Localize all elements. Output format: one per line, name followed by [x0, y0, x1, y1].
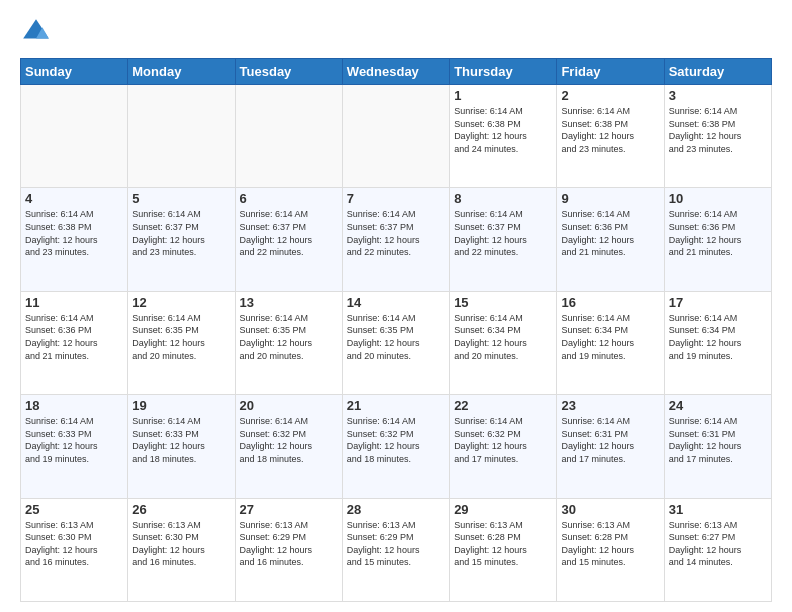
calendar-cell: 25Sunrise: 6:13 AMSunset: 6:30 PMDayligh… [21, 498, 128, 601]
day-number: 11 [25, 295, 123, 310]
calendar-cell: 17Sunrise: 6:14 AMSunset: 6:34 PMDayligh… [664, 291, 771, 394]
calendar-cell [342, 85, 449, 188]
calendar-cell: 3Sunrise: 6:14 AMSunset: 6:38 PMDaylight… [664, 85, 771, 188]
day-number: 10 [669, 191, 767, 206]
calendar-cell: 8Sunrise: 6:14 AMSunset: 6:37 PMDaylight… [450, 188, 557, 291]
calendar-cell: 21Sunrise: 6:14 AMSunset: 6:32 PMDayligh… [342, 395, 449, 498]
day-number: 27 [240, 502, 338, 517]
calendar-cell: 2Sunrise: 6:14 AMSunset: 6:38 PMDaylight… [557, 85, 664, 188]
week-row-1: 1Sunrise: 6:14 AMSunset: 6:38 PMDaylight… [21, 85, 772, 188]
day-number: 6 [240, 191, 338, 206]
calendar-cell: 15Sunrise: 6:14 AMSunset: 6:34 PMDayligh… [450, 291, 557, 394]
day-info: Sunrise: 6:14 AMSunset: 6:34 PMDaylight:… [561, 312, 659, 362]
day-number: 3 [669, 88, 767, 103]
header-monday: Monday [128, 59, 235, 85]
day-info: Sunrise: 6:13 AMSunset: 6:29 PMDaylight:… [347, 519, 445, 569]
calendar-cell: 1Sunrise: 6:14 AMSunset: 6:38 PMDaylight… [450, 85, 557, 188]
calendar-cell: 11Sunrise: 6:14 AMSunset: 6:36 PMDayligh… [21, 291, 128, 394]
day-info: Sunrise: 6:14 AMSunset: 6:38 PMDaylight:… [454, 105, 552, 155]
week-row-3: 11Sunrise: 6:14 AMSunset: 6:36 PMDayligh… [21, 291, 772, 394]
day-number: 17 [669, 295, 767, 310]
calendar-cell: 12Sunrise: 6:14 AMSunset: 6:35 PMDayligh… [128, 291, 235, 394]
week-row-4: 18Sunrise: 6:14 AMSunset: 6:33 PMDayligh… [21, 395, 772, 498]
day-number: 7 [347, 191, 445, 206]
day-info: Sunrise: 6:14 AMSunset: 6:38 PMDaylight:… [25, 208, 123, 258]
day-number: 21 [347, 398, 445, 413]
calendar-cell: 18Sunrise: 6:14 AMSunset: 6:33 PMDayligh… [21, 395, 128, 498]
day-info: Sunrise: 6:14 AMSunset: 6:34 PMDaylight:… [669, 312, 767, 362]
calendar-cell [21, 85, 128, 188]
day-info: Sunrise: 6:14 AMSunset: 6:37 PMDaylight:… [454, 208, 552, 258]
calendar-cell: 14Sunrise: 6:14 AMSunset: 6:35 PMDayligh… [342, 291, 449, 394]
day-info: Sunrise: 6:14 AMSunset: 6:35 PMDaylight:… [240, 312, 338, 362]
header-sunday: Sunday [21, 59, 128, 85]
day-number: 24 [669, 398, 767, 413]
header-wednesday: Wednesday [342, 59, 449, 85]
week-row-5: 25Sunrise: 6:13 AMSunset: 6:30 PMDayligh… [21, 498, 772, 601]
day-info: Sunrise: 6:14 AMSunset: 6:37 PMDaylight:… [347, 208, 445, 258]
calendar-cell: 22Sunrise: 6:14 AMSunset: 6:32 PMDayligh… [450, 395, 557, 498]
day-info: Sunrise: 6:14 AMSunset: 6:35 PMDaylight:… [132, 312, 230, 362]
header-thursday: Thursday [450, 59, 557, 85]
calendar-cell: 20Sunrise: 6:14 AMSunset: 6:32 PMDayligh… [235, 395, 342, 498]
day-number: 30 [561, 502, 659, 517]
day-info: Sunrise: 6:13 AMSunset: 6:30 PMDaylight:… [132, 519, 230, 569]
day-number: 26 [132, 502, 230, 517]
day-info: Sunrise: 6:14 AMSunset: 6:35 PMDaylight:… [347, 312, 445, 362]
day-number: 12 [132, 295, 230, 310]
calendar-cell [128, 85, 235, 188]
day-info: Sunrise: 6:13 AMSunset: 6:29 PMDaylight:… [240, 519, 338, 569]
calendar-cell: 13Sunrise: 6:14 AMSunset: 6:35 PMDayligh… [235, 291, 342, 394]
calendar-cell: 19Sunrise: 6:14 AMSunset: 6:33 PMDayligh… [128, 395, 235, 498]
calendar-cell: 7Sunrise: 6:14 AMSunset: 6:37 PMDaylight… [342, 188, 449, 291]
calendar-table: SundayMondayTuesdayWednesdayThursdayFrid… [20, 58, 772, 602]
day-number: 28 [347, 502, 445, 517]
header-saturday: Saturday [664, 59, 771, 85]
calendar-cell: 16Sunrise: 6:14 AMSunset: 6:34 PMDayligh… [557, 291, 664, 394]
day-number: 22 [454, 398, 552, 413]
day-number: 9 [561, 191, 659, 206]
day-number: 31 [669, 502, 767, 517]
day-info: Sunrise: 6:13 AMSunset: 6:30 PMDaylight:… [25, 519, 123, 569]
header-tuesday: Tuesday [235, 59, 342, 85]
day-info: Sunrise: 6:14 AMSunset: 6:31 PMDaylight:… [561, 415, 659, 465]
day-number: 18 [25, 398, 123, 413]
week-row-2: 4Sunrise: 6:14 AMSunset: 6:38 PMDaylight… [21, 188, 772, 291]
calendar-cell: 24Sunrise: 6:14 AMSunset: 6:31 PMDayligh… [664, 395, 771, 498]
calendar-cell: 29Sunrise: 6:13 AMSunset: 6:28 PMDayligh… [450, 498, 557, 601]
calendar-cell: 27Sunrise: 6:13 AMSunset: 6:29 PMDayligh… [235, 498, 342, 601]
day-number: 14 [347, 295, 445, 310]
logo-icon [20, 16, 52, 48]
day-number: 13 [240, 295, 338, 310]
day-info: Sunrise: 6:14 AMSunset: 6:38 PMDaylight:… [669, 105, 767, 155]
page: SundayMondayTuesdayWednesdayThursdayFrid… [0, 0, 792, 612]
day-info: Sunrise: 6:14 AMSunset: 6:36 PMDaylight:… [669, 208, 767, 258]
day-info: Sunrise: 6:14 AMSunset: 6:32 PMDaylight:… [347, 415, 445, 465]
calendar-cell: 30Sunrise: 6:13 AMSunset: 6:28 PMDayligh… [557, 498, 664, 601]
calendar-cell: 31Sunrise: 6:13 AMSunset: 6:27 PMDayligh… [664, 498, 771, 601]
calendar-cell: 5Sunrise: 6:14 AMSunset: 6:37 PMDaylight… [128, 188, 235, 291]
day-number: 20 [240, 398, 338, 413]
day-number: 23 [561, 398, 659, 413]
day-number: 5 [132, 191, 230, 206]
day-number: 4 [25, 191, 123, 206]
day-number: 25 [25, 502, 123, 517]
day-info: Sunrise: 6:14 AMSunset: 6:37 PMDaylight:… [240, 208, 338, 258]
calendar-cell [235, 85, 342, 188]
day-number: 2 [561, 88, 659, 103]
day-info: Sunrise: 6:13 AMSunset: 6:27 PMDaylight:… [669, 519, 767, 569]
day-info: Sunrise: 6:14 AMSunset: 6:32 PMDaylight:… [454, 415, 552, 465]
header-friday: Friday [557, 59, 664, 85]
calendar-cell: 26Sunrise: 6:13 AMSunset: 6:30 PMDayligh… [128, 498, 235, 601]
calendar-cell: 9Sunrise: 6:14 AMSunset: 6:36 PMDaylight… [557, 188, 664, 291]
day-number: 8 [454, 191, 552, 206]
day-info: Sunrise: 6:14 AMSunset: 6:38 PMDaylight:… [561, 105, 659, 155]
calendar-cell: 6Sunrise: 6:14 AMSunset: 6:37 PMDaylight… [235, 188, 342, 291]
header [20, 16, 772, 48]
day-info: Sunrise: 6:14 AMSunset: 6:37 PMDaylight:… [132, 208, 230, 258]
day-info: Sunrise: 6:14 AMSunset: 6:31 PMDaylight:… [669, 415, 767, 465]
day-info: Sunrise: 6:14 AMSunset: 6:32 PMDaylight:… [240, 415, 338, 465]
day-info: Sunrise: 6:14 AMSunset: 6:36 PMDaylight:… [561, 208, 659, 258]
calendar-cell: 4Sunrise: 6:14 AMSunset: 6:38 PMDaylight… [21, 188, 128, 291]
day-number: 16 [561, 295, 659, 310]
